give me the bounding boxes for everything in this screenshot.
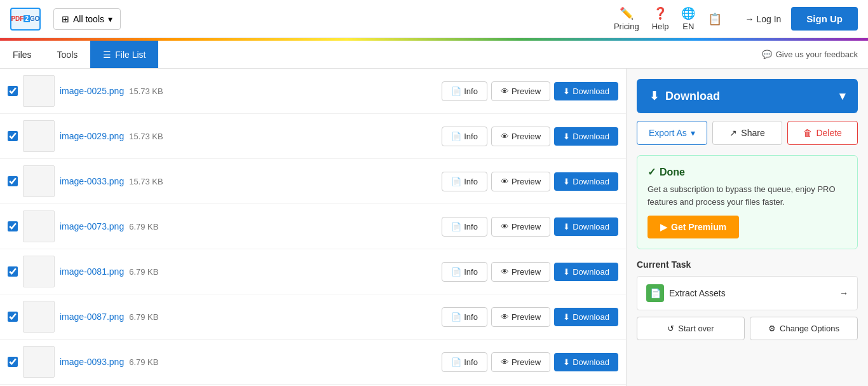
chevron-down-icon-big: ▾ [839, 89, 845, 103]
file-name[interactable]: image-0093.png [60, 357, 124, 367]
help-nav[interactable]: ❓ Help [652, 6, 669, 31]
bottom-actions: ↺ Start over ⚙ Change Options [637, 317, 858, 340]
export-as-button[interactable]: Export As ▾ [637, 121, 707, 145]
file-name[interactable]: image-0033.png [60, 176, 124, 186]
signup-button[interactable]: Sign Up [791, 7, 858, 31]
table-row: image-0033.png 15.73 KB 📄 Info 👁 Preview… [0, 159, 626, 204]
info-button[interactable]: 📄 Info [442, 352, 487, 372]
preview-button[interactable]: 👁 Preview [491, 217, 550, 237]
download-row-icon: ⬇ [563, 267, 570, 277]
tab-tools[interactable]: Tools [44, 41, 91, 68]
file-size: 6.79 KB [129, 267, 158, 277]
file-info: image-0081.png 6.79 KB [60, 266, 437, 277]
sub-header: Files Tools ☰ File List 💬 Give us your f… [0, 41, 868, 69]
download-row-button[interactable]: ⬇ Download [554, 172, 618, 191]
download-row-button[interactable]: ⬇ Download [554, 82, 618, 100]
all-tools-button[interactable]: ⊞ All tools ▾ [53, 8, 121, 30]
change-options-button[interactable]: ⚙ Change Options [750, 317, 858, 340]
extract-task-icon: 📄 [646, 284, 664, 302]
file-name[interactable]: image-0073.png [60, 221, 124, 231]
action-row: Export As ▾ ↗ Share 🗑 Delete [637, 121, 858, 145]
info-button[interactable]: 📄 Info [442, 127, 487, 146]
logo[interactable]: PDF2GO [10, 8, 41, 31]
preview-label: Preview [512, 267, 541, 277]
notifications-nav[interactable]: 📋 [708, 12, 722, 26]
info-button[interactable]: 📄 Info [442, 172, 487, 191]
task-item-extract[interactable]: 📄 Extract Assets → [637, 276, 858, 310]
file-info: image-0087.png 6.79 KB [60, 312, 437, 322]
info-label: Info [464, 177, 478, 186]
download-row-button[interactable]: ⬇ Download [554, 263, 618, 281]
login-button[interactable]: → Log In [735, 9, 791, 29]
download-row-icon: ⬇ [563, 312, 570, 322]
info-button[interactable]: 📄 Info [442, 307, 487, 327]
delete-button[interactable]: 🗑 Delete [787, 121, 858, 145]
tab-files-label: Files [13, 50, 32, 60]
tab-files[interactable]: Files [0, 41, 44, 68]
lang-nav[interactable]: 🌐 EN [681, 6, 695, 31]
preview-button[interactable]: 👁 Preview [491, 352, 550, 372]
preview-label: Preview [512, 312, 541, 322]
share-label: Share [741, 128, 764, 138]
download-row-label: Download [573, 267, 609, 277]
download-row-button[interactable]: ⬇ Download [554, 353, 618, 371]
download-row-button[interactable]: ⬇ Download [554, 127, 618, 146]
file-name[interactable]: image-0087.png [60, 312, 124, 322]
preview-button[interactable]: 👁 Preview [491, 307, 550, 327]
right-panel: ⬇ Download ▾ Export As ▾ ↗ Share 🗑 Delet… [627, 69, 868, 386]
preview-button[interactable]: 👁 Preview [491, 81, 550, 101]
file-thumbnail [23, 346, 55, 378]
file-checkbox[interactable] [8, 131, 18, 141]
file-checkbox[interactable] [8, 357, 18, 367]
arrow-right-icon: → [839, 288, 848, 298]
tab-file-list[interactable]: ☰ File List [90, 41, 158, 68]
info-doc-icon: 📄 [451, 86, 461, 96]
share-button[interactable]: ↗ Share [712, 121, 783, 145]
feedback-area[interactable]: 💬 Give us your feedback [752, 50, 868, 59]
file-checkbox[interactable] [8, 221, 18, 231]
lang-label: EN [682, 22, 694, 31]
info-button[interactable]: 📄 Info [442, 262, 487, 282]
file-thumbnail [23, 210, 55, 242]
info-doc-icon: 📄 [451, 267, 461, 277]
tag-icon: ✏️ [620, 6, 634, 20]
download-row-button[interactable]: ⬇ Download [554, 217, 618, 236]
preview-button[interactable]: 👁 Preview [491, 262, 550, 282]
checkmark-icon: ✓ [648, 166, 656, 178]
table-row: image-0093.png 6.79 KB 📄 Info 👁 Preview … [0, 340, 626, 385]
download-big-button[interactable]: ⬇ Download ▾ [637, 79, 858, 113]
info-label: Info [464, 222, 478, 231]
file-checkbox[interactable] [8, 176, 18, 186]
grid-icon: ⊞ [62, 14, 69, 24]
info-button[interactable]: 📄 Info [442, 217, 487, 237]
start-over-button[interactable]: ↺ Start over [637, 317, 745, 340]
file-name[interactable]: image-0029.png [60, 131, 124, 141]
file-checkbox[interactable] [8, 312, 18, 322]
export-label: Export As [649, 128, 687, 138]
preview-button[interactable]: 👁 Preview [491, 172, 550, 191]
file-size: 15.73 KB [129, 86, 163, 96]
preview-label: Preview [512, 357, 541, 367]
pricing-label: Pricing [614, 22, 639, 31]
info-doc-icon: 📄 [451, 177, 461, 186]
current-task-label: Current Task [637, 259, 858, 270]
done-text: Get a subscription to bypass the queue, … [648, 183, 847, 208]
eye-icon: 👁 [501, 267, 509, 277]
download-row-button[interactable]: ⬇ Download [554, 308, 618, 326]
preview-button[interactable]: 👁 Preview [491, 127, 550, 146]
file-checkbox[interactable] [8, 266, 18, 277]
get-premium-label: Get Premium [671, 222, 726, 232]
file-size: 6.79 KB [129, 357, 158, 367]
info-doc-icon: 📄 [451, 132, 461, 141]
file-size: 6.79 KB [129, 222, 158, 231]
file-name[interactable]: image-0081.png [60, 266, 124, 277]
file-checkbox[interactable] [8, 86, 18, 96]
info-button[interactable]: 📄 Info [442, 81, 487, 101]
file-name[interactable]: image-0025.png [60, 86, 124, 96]
info-label: Info [464, 312, 478, 322]
file-size: 15.73 KB [129, 177, 163, 186]
get-premium-button[interactable]: ▶ Get Premium [648, 216, 739, 238]
file-thumbnail [23, 301, 55, 333]
info-label: Info [464, 357, 478, 367]
pricing-nav[interactable]: ✏️ Pricing [614, 6, 639, 31]
